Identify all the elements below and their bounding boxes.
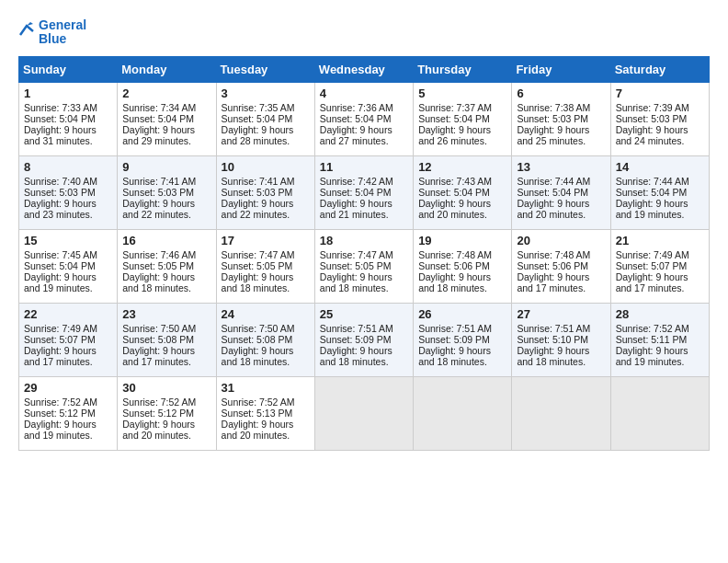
sunrise: Sunrise: 7:50 AM <box>122 323 196 334</box>
daylight: Daylight: 9 hours and 24 minutes. <box>616 124 688 146</box>
calendar-cell: 22 Sunrise: 7:49 AM Sunset: 5:07 PM Dayl… <box>19 303 118 376</box>
logo-text-line2: Blue <box>39 32 86 46</box>
calendar-cell: 27 Sunrise: 7:51 AM Sunset: 5:10 PM Dayl… <box>512 303 610 376</box>
calendar-table: SundayMondayTuesdayWednesdayThursdayFrid… <box>18 56 710 451</box>
calendar-cell: 20 Sunrise: 7:48 AM Sunset: 5:06 PM Dayl… <box>512 229 610 303</box>
day-number: 31 <box>222 381 310 395</box>
daylight: Daylight: 9 hours and 19 minutes. <box>24 271 97 293</box>
day-number: 6 <box>517 86 605 100</box>
sunrise: Sunrise: 7:45 AM <box>24 249 97 260</box>
sunset: Sunset: 5:07 PM <box>616 260 688 271</box>
daylight: Daylight: 9 hours and 29 minutes. <box>122 124 195 146</box>
daylight: Daylight: 9 hours and 17 minutes. <box>616 271 688 293</box>
sunset: Sunset: 5:12 PM <box>24 408 96 419</box>
calendar-cell: 30 Sunrise: 7:52 AM Sunset: 5:12 PM Dayl… <box>118 376 216 450</box>
weekday-header-thursday: Thursday <box>414 56 512 82</box>
day-number: 13 <box>517 160 605 174</box>
daylight: Daylight: 9 hours and 22 minutes. <box>122 198 195 220</box>
calendar-cell: 15 Sunrise: 7:45 AM Sunset: 5:04 PM Dayl… <box>19 229 118 303</box>
sunset: Sunset: 5:03 PM <box>517 113 588 124</box>
sunrise: Sunrise: 7:39 AM <box>616 102 689 113</box>
daylight: Daylight: 9 hours and 19 minutes. <box>616 345 688 367</box>
calendar-cell: 8 Sunrise: 7:40 AM Sunset: 5:03 PM Dayli… <box>19 155 118 229</box>
daylight: Daylight: 9 hours and 19 minutes. <box>24 419 97 441</box>
sunset: Sunset: 5:04 PM <box>24 260 96 271</box>
sunrise: Sunrise: 7:50 AM <box>222 323 295 334</box>
sunrise: Sunrise: 7:42 AM <box>320 176 393 187</box>
sunset: Sunset: 5:09 PM <box>320 334 392 345</box>
calendar-cell: 16 Sunrise: 7:46 AM Sunset: 5:05 PM Dayl… <box>118 229 216 303</box>
sunset: Sunset: 5:03 PM <box>122 187 194 198</box>
day-number: 30 <box>122 381 210 395</box>
daylight: Daylight: 9 hours and 23 minutes. <box>24 198 97 220</box>
day-number: 2 <box>122 86 210 100</box>
logo: General Blue <box>18 18 86 47</box>
sunset: Sunset: 5:05 PM <box>222 260 293 271</box>
calendar-cell: 13 Sunrise: 7:44 AM Sunset: 5:04 PM Dayl… <box>512 155 610 229</box>
week-row-5: 29 Sunrise: 7:52 AM Sunset: 5:12 PM Dayl… <box>19 376 710 450</box>
calendar-cell: 9 Sunrise: 7:41 AM Sunset: 5:03 PM Dayli… <box>118 155 216 229</box>
sunset: Sunset: 5:05 PM <box>320 260 392 271</box>
daylight: Daylight: 9 hours and 18 minutes. <box>122 271 195 293</box>
day-number: 11 <box>320 160 408 174</box>
sunset: Sunset: 5:03 PM <box>24 187 96 198</box>
sunrise: Sunrise: 7:49 AM <box>24 323 97 334</box>
sunrise: Sunrise: 7:46 AM <box>122 249 196 260</box>
calendar-cell <box>512 376 610 450</box>
sunset: Sunset: 5:09 PM <box>418 334 490 345</box>
daylight: Daylight: 9 hours and 22 minutes. <box>222 198 294 220</box>
sunset: Sunset: 5:08 PM <box>222 334 293 345</box>
calendar-cell <box>314 376 413 450</box>
calendar-cell <box>414 376 512 450</box>
day-number: 15 <box>24 234 112 247</box>
sunset: Sunset: 5:05 PM <box>122 260 194 271</box>
calendar-cell: 14 Sunrise: 7:44 AM Sunset: 5:04 PM Dayl… <box>610 155 709 229</box>
calendar-cell: 10 Sunrise: 7:41 AM Sunset: 5:03 PM Dayl… <box>216 155 314 229</box>
sunrise: Sunrise: 7:33 AM <box>24 102 97 113</box>
sunrise: Sunrise: 7:44 AM <box>517 176 590 187</box>
calendar-cell: 3 Sunrise: 7:35 AM Sunset: 5:04 PM Dayli… <box>216 82 314 155</box>
calendar-cell: 19 Sunrise: 7:48 AM Sunset: 5:06 PM Dayl… <box>414 229 512 303</box>
daylight: Daylight: 9 hours and 18 minutes. <box>320 345 392 367</box>
calendar-cell: 12 Sunrise: 7:43 AM Sunset: 5:04 PM Dayl… <box>414 155 512 229</box>
daylight: Daylight: 9 hours and 18 minutes. <box>418 271 491 293</box>
sunrise: Sunrise: 7:36 AM <box>320 102 393 113</box>
day-number: 5 <box>418 86 506 100</box>
sunrise: Sunrise: 7:47 AM <box>222 249 295 260</box>
daylight: Daylight: 9 hours and 20 minutes. <box>418 198 491 220</box>
calendar-cell: 11 Sunrise: 7:42 AM Sunset: 5:04 PM Dayl… <box>314 155 413 229</box>
sunrise: Sunrise: 7:52 AM <box>616 323 689 334</box>
day-number: 1 <box>24 86 112 100</box>
daylight: Daylight: 9 hours and 20 minutes. <box>222 419 294 441</box>
daylight: Daylight: 9 hours and 31 minutes. <box>24 124 97 146</box>
sunrise: Sunrise: 7:52 AM <box>122 396 196 408</box>
sunset: Sunset: 5:04 PM <box>517 187 588 198</box>
page-header: General Blue <box>18 18 710 47</box>
daylight: Daylight: 9 hours and 18 minutes. <box>320 271 392 293</box>
sunrise: Sunrise: 7:41 AM <box>122 176 196 187</box>
sunrise: Sunrise: 7:48 AM <box>418 249 492 260</box>
calendar-cell: 31 Sunrise: 7:52 AM Sunset: 5:13 PM Dayl… <box>216 376 314 450</box>
daylight: Daylight: 9 hours and 17 minutes. <box>24 345 97 367</box>
day-number: 19 <box>418 234 506 247</box>
week-row-2: 8 Sunrise: 7:40 AM Sunset: 5:03 PM Dayli… <box>19 155 710 229</box>
calendar-cell: 21 Sunrise: 7:49 AM Sunset: 5:07 PM Dayl… <box>610 229 709 303</box>
daylight: Daylight: 9 hours and 28 minutes. <box>222 124 294 146</box>
weekday-header-tuesday: Tuesday <box>216 56 314 82</box>
daylight: Daylight: 9 hours and 18 minutes. <box>517 345 589 367</box>
daylight: Daylight: 9 hours and 27 minutes. <box>320 124 392 146</box>
sunrise: Sunrise: 7:37 AM <box>418 102 492 113</box>
daylight: Daylight: 9 hours and 17 minutes. <box>122 345 195 367</box>
calendar-cell: 7 Sunrise: 7:39 AM Sunset: 5:03 PM Dayli… <box>610 82 709 155</box>
calendar-cell: 28 Sunrise: 7:52 AM Sunset: 5:11 PM Dayl… <box>610 303 709 376</box>
weekday-header-wednesday: Wednesday <box>314 56 413 82</box>
calendar-cell: 1 Sunrise: 7:33 AM Sunset: 5:04 PM Dayli… <box>19 82 118 155</box>
sunset: Sunset: 5:11 PM <box>616 334 688 345</box>
week-row-1: 1 Sunrise: 7:33 AM Sunset: 5:04 PM Dayli… <box>19 82 710 155</box>
sunset: Sunset: 5:04 PM <box>24 113 96 124</box>
sunrise: Sunrise: 7:51 AM <box>517 323 590 334</box>
day-number: 20 <box>517 234 605 247</box>
sunset: Sunset: 5:06 PM <box>517 260 588 271</box>
logo-bird-icon <box>18 18 35 46</box>
weekday-header-saturday: Saturday <box>610 56 709 82</box>
